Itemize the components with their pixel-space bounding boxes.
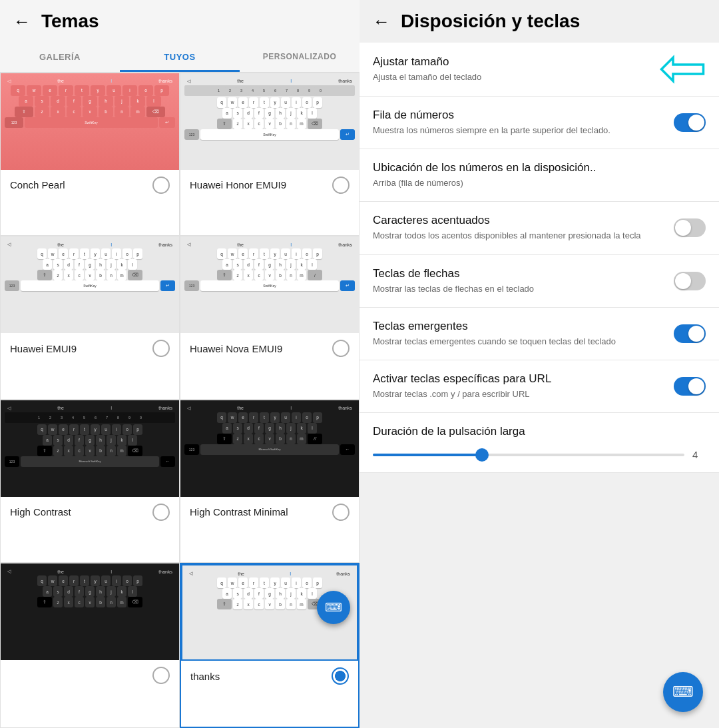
setting-teclas-flechas[interactable]: Teclas de flechas Mostrar las teclas de … — [360, 255, 719, 308]
theme-label-high-contrast-minimal: High Contrast Minimal — [180, 497, 359, 528]
theme-name-thanks-selected: thanks — [190, 671, 220, 682]
toggle-knob-teclas-emergentes — [688, 326, 704, 342]
svg-marker-0 — [662, 58, 704, 81]
toggle-teclas-flechas[interactable] — [674, 272, 706, 290]
setting-text-ajustar-tamano: Ajustar tamaño Ajusta el tamaño del tecl… — [373, 55, 651, 83]
left-panel: ← Temas GALERÍA TUYOS PERSONALIZADO ◁ th… — [0, 0, 360, 728]
theme-name-high-contrast-minimal: High Contrast Minimal — [190, 506, 288, 518]
radio-dark-partial[interactable] — [152, 667, 170, 684]
theme-preview-dark-partial: ◁ the I thanks qwertyuiop asdfghjkl ⇧ zx… — [1, 563, 179, 660]
toggle-caracteres-acentuados[interactable] — [674, 218, 706, 237]
setting-text-caracteres-acentuados: Caracteres acentuados Mostrar todos los … — [373, 214, 666, 242]
theme-preview-huawei-honor: ◁ the I thanks 1234567890 qwertyuiop — [180, 73, 359, 170]
slider-container[interactable]: 4 — [373, 449, 706, 460]
theme-label-huawei-nova: Huawei Nova EMUI9 — [180, 333, 359, 364]
theme-label-dark-partial — [1, 660, 179, 691]
radio-conch-pearl[interactable] — [152, 177, 170, 194]
slider-value: 4 — [692, 449, 706, 460]
slider-track[interactable] — [373, 454, 684, 456]
setting-text-fila-numeros: Fila de números Muestra los números siem… — [373, 109, 666, 137]
toggle-knob-fila-numeros — [688, 115, 704, 131]
tab-personalizado[interactable]: PERSONALIZADO — [240, 43, 360, 72]
setting-subtitle-ajustar-tamano: Ajusta el tamaño del teclado — [373, 71, 651, 83]
left-arrow-icon — [659, 55, 706, 84]
tabs-bar: GALERÍA TUYOS PERSONALIZADO — [0, 43, 360, 73]
setting-title-ubicacion-numeros: Ubicación de los números en la disposici… — [373, 161, 698, 175]
theme-label-huawei-emui9: Huawei EMUI9 — [1, 333, 179, 364]
setting-teclas-emergentes[interactable]: Teclas emergentes Mostrar teclas emergen… — [360, 308, 719, 360]
theme-name-huawei-nova: Huawei Nova EMUI9 — [190, 343, 282, 354]
fab-keyboard-left[interactable]: ⌨ — [317, 591, 350, 624]
slider-fill — [373, 454, 482, 456]
setting-caracteres-acentuados[interactable]: Caracteres acentuados Mostrar todos los … — [360, 202, 719, 254]
tab-tuyos[interactable]: TUYOS — [120, 43, 240, 72]
setting-text-teclas-url: Activar teclas específicas para URL Most… — [373, 372, 666, 400]
toggle-teclas-url[interactable] — [674, 377, 706, 396]
theme-name-high-contrast: High Contrast — [10, 506, 71, 518]
setting-text-teclas-flechas: Teclas de flechas Mostrar las teclas de … — [373, 267, 666, 295]
setting-title-ajustar-tamano: Ajustar tamaño — [373, 55, 651, 69]
theme-huawei-nova[interactable]: ◁ the I thanks qwertyuiop asdfghjkl ⇧ zx… — [180, 236, 360, 400]
theme-name-conch-pearl: Conch Pearl — [10, 179, 65, 190]
setting-subtitle-ubicacion-numeros: Arriba (fila de números) — [373, 177, 698, 189]
themes-grid: ◁ the I thanks q w e r t y u i o — [0, 73, 360, 728]
theme-thanks-selected[interactable]: ◁ the I thanks qwertyuiop asdfghjkl ⇧ zx… — [180, 563, 360, 728]
radio-huawei-nova[interactable] — [332, 340, 350, 357]
radio-huawei-emui9[interactable] — [152, 340, 170, 357]
slider-pulsacion: Duración de la pulsación larga 4 — [360, 413, 719, 473]
setting-title-teclas-flechas: Teclas de flechas — [373, 267, 666, 280]
setting-subtitle-teclas-flechas: Mostrar las teclas de flechas en el tecl… — [373, 283, 666, 295]
fab-keyboard-right[interactable]: ⌨ — [663, 672, 703, 712]
theme-dark-partial[interactable]: ◁ the I thanks qwertyuiop asdfghjkl ⇧ zx… — [0, 563, 180, 728]
setting-teclas-url[interactable]: Activar teclas específicas para URL Most… — [360, 360, 719, 413]
settings-list: Ajustar tamaño Ajusta el tamaño del tecl… — [360, 43, 719, 728]
theme-label-thanks-selected: thanks — [181, 661, 358, 691]
theme-label-high-contrast: High Contrast — [1, 497, 179, 528]
theme-label-conch-pearl: Conch Pearl — [1, 170, 179, 200]
theme-preview-high-contrast-minimal: ◁ the I thanks qwertyuiop asdfghjkl ⇧ zx… — [180, 400, 359, 497]
theme-preview-huawei-nova: ◁ the I thanks qwertyuiop asdfghjkl ⇧ zx… — [180, 236, 359, 333]
setting-ajustar-tamano[interactable]: Ajustar tamaño Ajusta el tamaño del tecl… — [360, 43, 719, 97]
setting-title-caracteres-acentuados: Caracteres acentuados — [373, 214, 666, 227]
setting-subtitle-caracteres-acentuados: Mostrar todos los acentos disponibles al… — [373, 230, 666, 242]
radio-high-contrast-minimal[interactable] — [332, 504, 350, 521]
theme-preview-huawei-emui9: ◁ the I thanks qwertyuiop asdfghjkl ⇧ zx… — [1, 236, 179, 333]
radio-huawei-honor[interactable] — [332, 177, 350, 194]
left-header: ← Temas — [0, 0, 360, 43]
theme-high-contrast-minimal[interactable]: ◁ the I thanks qwertyuiop asdfghjkl ⇧ zx… — [180, 400, 360, 563]
setting-subtitle-teclas-url: Mostrar teclas .com y / para escribir UR… — [373, 388, 666, 400]
setting-title-teclas-emergentes: Teclas emergentes — [373, 320, 666, 333]
setting-subtitle-fila-numeros: Muestra los números siempre en la parte … — [373, 125, 666, 137]
right-header: ← Disposición y teclas — [360, 0, 719, 43]
theme-huawei-honor[interactable]: ◁ the I thanks 1234567890 qwertyuiop — [180, 73, 360, 236]
radio-thanks-selected[interactable] — [332, 667, 349, 685]
theme-name-huawei-emui9: Huawei EMUI9 — [10, 343, 77, 354]
toggle-fila-numeros[interactable] — [674, 113, 706, 132]
slider-thumb[interactable] — [475, 448, 489, 462]
setting-text-ubicacion-numeros: Ubicación de los números en la disposici… — [373, 161, 698, 189]
toggle-knob-teclas-url — [688, 378, 704, 394]
setting-fila-numeros[interactable]: Fila de números Muestra los números siem… — [360, 97, 719, 149]
right-panel: ← Disposición y teclas Ajustar tamaño Aj… — [360, 0, 719, 728]
theme-huawei-emui9[interactable]: ◁ the I thanks qwertyuiop asdfghjkl ⇧ zx… — [0, 236, 180, 400]
radio-high-contrast[interactable] — [152, 504, 170, 521]
theme-name-huawei-honor: Huawei Honor EMUI9 — [190, 179, 286, 190]
left-back-button[interactable]: ← — [13, 11, 31, 32]
setting-title-fila-numeros: Fila de números — [373, 109, 666, 122]
left-title: Temas — [41, 11, 99, 32]
tab-galeria[interactable]: GALERÍA — [0, 43, 120, 72]
theme-preview-high-contrast: ◁ the I thanks 1234567890 qwertyuiop — [1, 400, 179, 497]
theme-conch-pearl[interactable]: ◁ the I thanks q w e r t y u i o — [0, 73, 180, 236]
theme-high-contrast[interactable]: ◁ the I thanks 1234567890 qwertyuiop — [0, 400, 180, 563]
toggle-knob-teclas-flechas — [675, 273, 691, 289]
setting-ubicacion-numeros[interactable]: Ubicación de los números en la disposici… — [360, 149, 719, 202]
theme-preview-thanks-selected: ◁ the I thanks qwertyuiop asdfghjkl ⇧ zx… — [181, 564, 358, 661]
setting-subtitle-teclas-emergentes: Mostrar teclas emergentes cuando se toqu… — [373, 336, 666, 348]
arrow-icon-container — [659, 55, 706, 84]
right-title: Disposición y teclas — [401, 11, 580, 32]
right-back-button[interactable]: ← — [373, 11, 390, 32]
toggle-knob-caracteres-acentuados — [675, 220, 691, 236]
slider-title: Duración de la pulsación larga — [373, 425, 706, 438]
toggle-teclas-emergentes[interactable] — [674, 324, 706, 343]
keyboard-icon-right: ⌨ — [672, 683, 694, 701]
